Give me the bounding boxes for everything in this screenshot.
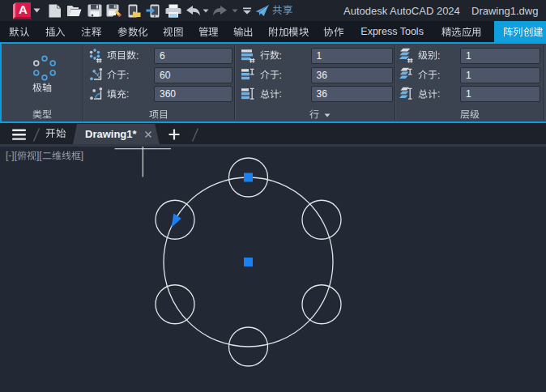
cjk-glyph xyxy=(299,27,309,37)
new-file-button[interactable] xyxy=(48,0,62,21)
redo-dropdown[interactable] xyxy=(232,0,238,21)
hamburger-menu-icon xyxy=(12,129,26,141)
cjk-glyph xyxy=(92,27,102,37)
row-spacing-label: : xyxy=(260,70,282,81)
ribbon-tab-addins[interactable] xyxy=(261,21,316,42)
cjk-glyph xyxy=(173,27,184,37)
cjk-glyph xyxy=(270,89,279,99)
rows-panel-dropdown-icon xyxy=(324,113,331,117)
level-spacing-field[interactable]: 1 xyxy=(460,67,540,83)
level-count-icon xyxy=(399,48,414,63)
cjk-glyph xyxy=(270,50,279,60)
undo-arrow-icon xyxy=(186,6,201,16)
ribbon-tab-collaborate[interactable] xyxy=(316,21,351,42)
close-tab-button[interactable] xyxy=(144,130,152,138)
ribbon-tab-default[interactable] xyxy=(2,21,38,42)
active-drawing-tab[interactable]: Drawing1* xyxy=(73,124,160,144)
rows-panel-label[interactable] xyxy=(240,108,401,121)
save-button[interactable] xyxy=(87,0,102,21)
row-count-icon xyxy=(241,48,256,63)
cjk-glyph xyxy=(117,27,128,37)
viewport-controls[interactable]: [-][][] xyxy=(6,150,83,161)
redo-button[interactable] xyxy=(212,0,228,21)
cjk-glyph xyxy=(418,70,428,79)
drawing-canvas[interactable]: [-][][] xyxy=(0,147,546,392)
cjk-glyph xyxy=(45,27,56,37)
cjk-glyph xyxy=(270,70,279,79)
ribbon-field-row: : xyxy=(399,67,440,83)
crosshair-cursor xyxy=(115,147,171,177)
cjk-glyph xyxy=(513,27,523,37)
cjk-glyph xyxy=(45,128,56,138)
cjk-glyph xyxy=(418,89,428,99)
cjk-glyph xyxy=(107,50,117,60)
cjk-glyph xyxy=(159,109,168,119)
open-from-web-mobile-button[interactable] xyxy=(126,0,141,21)
ribbon-tab-array-creation[interactable] xyxy=(494,21,546,42)
level-total-label: : xyxy=(418,88,440,100)
plus-icon xyxy=(168,129,180,140)
angle-between-icon xyxy=(87,67,103,83)
level-total-field[interactable]: 1 xyxy=(460,86,540,102)
share-label xyxy=(272,5,292,16)
open-folder-icon xyxy=(66,5,82,17)
plot-button[interactable] xyxy=(165,0,181,21)
cjk-glyph xyxy=(117,89,126,99)
redo-arrow-icon xyxy=(212,6,228,16)
ribbon-tab-view[interactable] xyxy=(156,21,190,42)
file-tabs-menu-button[interactable] xyxy=(12,129,26,141)
cjk-glyph xyxy=(149,109,159,119)
cjk-glyph xyxy=(503,27,514,37)
ribbon-tab-bar: Express Tools xyxy=(0,21,546,42)
cjk-glyph xyxy=(428,50,437,60)
levels-panel: : 1 : 1 : 1 xyxy=(395,44,545,121)
ribbon-field-row: : xyxy=(241,48,282,64)
polar-array-button[interactable] xyxy=(2,44,82,107)
cjk-glyph xyxy=(42,109,52,119)
row-count-field[interactable]: 1 xyxy=(311,48,393,64)
fill-angle-label: : xyxy=(107,88,129,100)
cjk-glyph xyxy=(428,70,437,79)
active-tab-label: Drawing1* xyxy=(85,124,137,144)
row-total-field[interactable]: 36 xyxy=(311,86,393,102)
ribbon-tab-insert[interactable] xyxy=(37,21,74,42)
cjk-glyph xyxy=(117,50,126,60)
save-as-button[interactable] xyxy=(106,0,122,21)
new-tab-button[interactable] xyxy=(168,129,180,140)
type-panel-label[interactable] xyxy=(2,108,83,121)
cjk-glyph xyxy=(233,27,244,37)
ribbon-field-row: : xyxy=(399,86,440,102)
ribbon-tab-output[interactable] xyxy=(226,21,261,42)
ribbon-tab-parametric[interactable] xyxy=(109,21,156,42)
cjk-glyph xyxy=(62,151,71,160)
fill-angle-field[interactable]: 360 xyxy=(154,86,232,102)
start-tab[interactable] xyxy=(45,123,66,144)
app-menu-dropdown[interactable] xyxy=(33,0,41,21)
save-to-web-mobile-button[interactable] xyxy=(146,0,160,21)
row-spacing-field[interactable]: 36 xyxy=(311,67,393,83)
share-button[interactable] xyxy=(255,0,292,21)
undo-dropdown[interactable] xyxy=(203,0,209,21)
grip-square[interactable] xyxy=(244,173,253,182)
item-count-field[interactable]: 6 xyxy=(154,48,232,64)
angle-between-field[interactable]: 60 xyxy=(154,67,232,83)
app-menu-button[interactable]: A xyxy=(12,0,32,21)
share-plane-icon xyxy=(255,5,269,17)
ribbon-tab-express-tools[interactable]: Express Tools xyxy=(351,21,433,42)
undo-button[interactable] xyxy=(186,0,201,21)
levels-panel-label[interactable] xyxy=(395,108,545,121)
more-commands-icon xyxy=(242,7,252,15)
ribbon-tab-manage[interactable] xyxy=(191,21,226,42)
grip-arrow[interactable] xyxy=(172,214,181,228)
cjk-glyph xyxy=(418,50,428,60)
ribbon-tab-annotate[interactable] xyxy=(74,21,110,42)
level-count-field[interactable]: 1 xyxy=(460,48,540,64)
customize-qat-button[interactable] xyxy=(241,0,252,21)
grip-square[interactable] xyxy=(244,258,253,266)
ribbon-tab-featured-apps[interactable] xyxy=(433,21,490,42)
open-button[interactable] xyxy=(66,0,82,21)
cjk-glyph xyxy=(323,27,334,37)
ribbon-field-row: : xyxy=(399,48,440,64)
items-panel-label[interactable] xyxy=(83,108,236,121)
cjk-glyph xyxy=(462,27,472,37)
